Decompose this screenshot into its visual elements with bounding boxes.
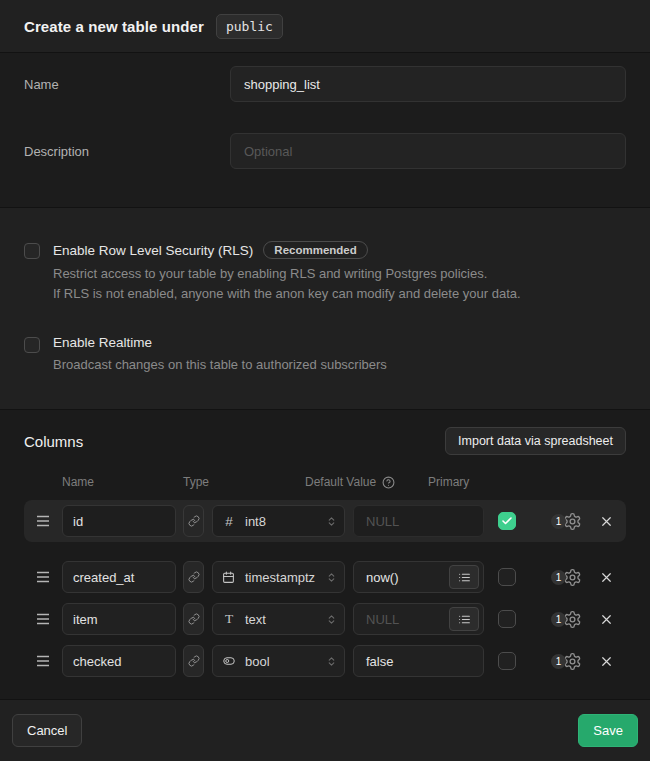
default-value-list-icon[interactable]: [449, 607, 479, 631]
default-value-field: NULL: [353, 505, 484, 537]
remove-column-icon[interactable]: [599, 514, 614, 529]
settings-count-badge: 1: [551, 570, 566, 585]
rls-option: Enable Row Level Security (RLS) Recommen…: [24, 241, 626, 304]
columns-heading: Columns: [24, 433, 83, 450]
realtime-checkbox[interactable]: [24, 337, 40, 353]
default-value-field[interactable]: NULL: [353, 603, 484, 635]
create-table-dialog: Create a new table under public Name Des…: [0, 0, 650, 761]
chevrons-up-down-icon: [326, 613, 337, 626]
drag-handle-icon[interactable]: [36, 571, 50, 583]
column-settings-button[interactable]: 1: [551, 512, 592, 531]
foreign-key-link-icon[interactable]: [183, 603, 204, 635]
description-field-row: Description: [24, 133, 626, 169]
column-name-input[interactable]: [62, 603, 176, 635]
header-default-value: Default Value: [305, 475, 376, 489]
column-name-input[interactable]: [62, 561, 176, 593]
cancel-button[interactable]: Cancel: [12, 714, 82, 747]
rls-description-line1: Restrict access to your table by enablin…: [53, 264, 521, 284]
column-settings-button[interactable]: 1: [551, 568, 592, 587]
foreign-key-link-icon[interactable]: [183, 645, 204, 677]
drag-handle-icon[interactable]: [36, 613, 50, 625]
column-name-input[interactable]: [62, 645, 176, 677]
table-row: bool false 1: [24, 640, 626, 682]
chevrons-up-down-icon: [326, 571, 337, 584]
columns-section: Columns Import data via spreadsheet Name…: [0, 410, 650, 700]
dialog-title: Create a new table under: [24, 18, 204, 35]
toggle-icon: [222, 655, 236, 667]
dialog-header: Create a new table under public: [0, 0, 650, 53]
remove-column-icon[interactable]: [599, 654, 614, 669]
description-label: Description: [24, 133, 230, 169]
rls-description-line2: If RLS is not enabled, anyone with the a…: [53, 284, 521, 304]
drag-handle-icon[interactable]: [36, 515, 50, 527]
name-field-row: Name: [24, 66, 626, 102]
remove-column-icon[interactable]: [599, 612, 614, 627]
default-value-list-icon[interactable]: [449, 565, 479, 589]
text-icon: T: [222, 611, 236, 627]
help-icon[interactable]: [382, 476, 395, 489]
table-info-section: Name Description: [0, 53, 650, 208]
table-row: timestamptz now() 1: [24, 556, 626, 598]
schema-badge: public: [216, 14, 283, 39]
primary-checkbox[interactable]: [498, 568, 516, 586]
remove-column-icon[interactable]: [599, 570, 614, 585]
realtime-label: Enable Realtime: [53, 335, 152, 350]
primary-checkbox[interactable]: [498, 652, 516, 670]
settings-count-badge: 1: [551, 654, 566, 669]
columns-rows: # int8 NULL 1: [24, 500, 626, 682]
dialog-footer: Cancel Save: [0, 700, 650, 761]
column-type-select[interactable]: bool: [212, 645, 345, 677]
foreign-key-link-icon[interactable]: [183, 561, 204, 593]
table-name-input[interactable]: [230, 66, 626, 102]
header-type: Type: [183, 475, 305, 489]
chevrons-up-down-icon: [326, 655, 337, 668]
column-type-select[interactable]: timestamptz: [212, 561, 345, 593]
realtime-description: Broadcast changes on this table to autho…: [53, 355, 387, 375]
rls-checkbox[interactable]: [24, 243, 40, 259]
realtime-option: Enable Realtime Broadcast changes on thi…: [24, 335, 626, 375]
name-label: Name: [24, 66, 230, 102]
chevrons-up-down-icon: [326, 515, 337, 528]
save-button[interactable]: Save: [578, 714, 638, 747]
column-name-input[interactable]: [62, 505, 176, 537]
settings-count-badge: 1: [551, 612, 566, 627]
columns-table-headers: Name Type Default Value Primary: [24, 475, 626, 489]
table-row: # int8 NULL 1: [24, 500, 626, 542]
drag-handle-icon[interactable]: [36, 655, 50, 667]
default-value-field[interactable]: now(): [353, 561, 484, 593]
security-section: Enable Row Level Security (RLS) Recommen…: [0, 208, 650, 410]
rls-label: Enable Row Level Security (RLS): [53, 243, 253, 258]
calendar-icon: [222, 571, 236, 584]
recommended-badge: Recommended: [263, 241, 367, 259]
header-primary: Primary: [428, 475, 469, 489]
table-row: T text NULL 1: [24, 598, 626, 640]
table-description-input[interactable]: [230, 133, 626, 169]
column-settings-button[interactable]: 1: [551, 610, 592, 629]
column-type-select[interactable]: # int8: [212, 505, 345, 537]
hash-icon: #: [222, 514, 236, 529]
foreign-key-link-icon[interactable]: [183, 505, 204, 537]
settings-count-badge: 1: [551, 514, 566, 529]
primary-checkbox[interactable]: [498, 610, 516, 628]
header-name: Name: [62, 475, 183, 489]
import-spreadsheet-button[interactable]: Import data via spreadsheet: [445, 427, 626, 455]
default-value-field[interactable]: false: [353, 645, 484, 677]
primary-checkbox[interactable]: [498, 512, 516, 530]
column-settings-button[interactable]: 1: [551, 652, 592, 671]
column-type-select[interactable]: T text: [212, 603, 345, 635]
